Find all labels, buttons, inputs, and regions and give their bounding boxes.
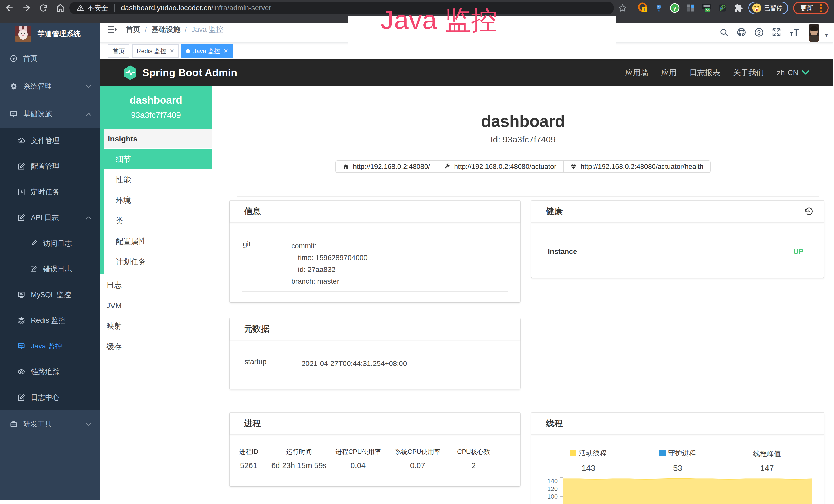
- svg-text:on: on: [706, 8, 710, 12]
- help-icon[interactable]: [750, 26, 768, 39]
- chevron-down-icon: [802, 70, 809, 75]
- sba-nav-about[interactable]: 关于我们: [733, 68, 764, 78]
- extension-grid-icon[interactable]: [683, 0, 699, 16]
- sba-locale-select[interactable]: zh-CN: [777, 68, 809, 77]
- screen-icon: [18, 291, 25, 299]
- sidebar-item-java-monitor[interactable]: Java 监控: [0, 333, 100, 359]
- sidebar-item-file-management[interactable]: 文件管理: [0, 128, 100, 154]
- extension-vue-devtools-icon[interactable]: y: [667, 0, 683, 16]
- browser-back-icon[interactable]: [1, 0, 18, 16]
- sidebar-item-label: 系统管理: [23, 82, 52, 91]
- sidebar-item-error-logs[interactable]: 错误日志: [0, 256, 100, 282]
- app-frame: 芋道管理系统 首页 系统管理 基础设施 文件管理: [0, 23, 834, 504]
- dashboard-icon: [10, 55, 18, 62]
- site-security-indicator[interactable]: 不安全: [76, 3, 108, 13]
- bookmark-star-icon[interactable]: [616, 0, 629, 16]
- history-icon[interactable]: [804, 206, 814, 216]
- browser-reload-icon[interactable]: [35, 0, 52, 16]
- breadcrumb-infrastructure[interactable]: 基础设施: [152, 25, 180, 35]
- actuator-url-button[interactable]: http://192.168.0.2:48080/actuator: [437, 160, 564, 173]
- extension-key-icon[interactable]: [715, 0, 730, 16]
- sba-menu-environment[interactable]: 环境: [104, 190, 212, 210]
- home-icon: [343, 163, 349, 170]
- service-url-button[interactable]: http://192.168.0.2:48080/: [335, 160, 437, 173]
- fullscreen-icon[interactable]: [768, 26, 785, 39]
- extension-colorzilla-icon[interactable]: 1: [635, 0, 651, 16]
- browser-menu-kebab-icon[interactable]: [815, 2, 827, 14]
- sidebar-item-access-logs[interactable]: 访问日志: [0, 231, 100, 256]
- sba-menu-scheduled[interactable]: 计划任务: [104, 252, 212, 272]
- paused-chip-label: 已暂停: [764, 4, 783, 12]
- sidebar-item-mysql-monitor[interactable]: MySQL 监控: [0, 282, 100, 307]
- sba-menu-mappings[interactable]: 映射: [100, 316, 212, 336]
- user-avatar[interactable]: [809, 24, 819, 42]
- legend-live-threads: 活动线程 143: [544, 449, 633, 473]
- sba-menu-classes[interactable]: 类: [104, 210, 212, 231]
- threads-card: 线程 活动线程 143 守护进程: [531, 413, 824, 504]
- sidebar-item-log-center[interactable]: 日志中心: [0, 385, 100, 410]
- cloud-icon: [18, 137, 25, 144]
- extension-tampermonkey-icon[interactable]: on: [699, 0, 715, 16]
- health-url-button[interactable]: http://192.168.0.2:48080/actuator/health: [564, 160, 711, 173]
- caret-down-icon[interactable]: ▼: [824, 32, 829, 38]
- sidebar-item-label: 定时任务: [31, 187, 60, 197]
- sidebar-item-redis-monitor[interactable]: Redis 监控: [0, 307, 100, 333]
- update-chrome-chip[interactable]: 更新: [793, 2, 829, 15]
- address-bar[interactable]: 不安全 dashboard.yudao.iocoder.cn/infra/adm…: [69, 2, 614, 15]
- sba-nav-applications[interactable]: 应用: [661, 68, 677, 78]
- browser-forward-icon[interactable]: [18, 0, 35, 16]
- browser-home-icon[interactable]: [52, 0, 69, 16]
- search-icon[interactable]: [715, 26, 733, 39]
- sba-menu-caches[interactable]: 缓存: [100, 336, 212, 357]
- sidebar-item-config-management[interactable]: 配置管理: [0, 154, 100, 179]
- sba-menu-details[interactable]: 细节: [104, 149, 212, 169]
- sba-menu-config-props[interactable]: 配置属性: [104, 231, 212, 252]
- info-git-row: git commit: time: 1596289704000 id: 27aa…: [242, 240, 508, 292]
- sidebar-item-dev-tools[interactable]: 研发工具: [0, 410, 100, 438]
- chevron-up-icon: [86, 111, 91, 117]
- health-instance-label: Instance: [548, 248, 577, 256]
- tab-redis-monitor[interactable]: Redis 监控✕: [132, 44, 179, 58]
- sidebar-item-system[interactable]: 系统管理: [0, 72, 100, 100]
- sba-menu-logs[interactable]: 日志: [100, 275, 212, 295]
- sba-brand-label: Spring Boot Admin: [142, 67, 237, 78]
- sba-menu-metrics[interactable]: 性能: [104, 169, 212, 190]
- active-tab-dot: [186, 49, 190, 53]
- paused-profile-chip[interactable]: 已暂停: [748, 2, 788, 15]
- scrollbar-edge: [833, 23, 834, 504]
- sidebar-submenu-infrastructure: 文件管理 配置管理 定时任务 API 日志 访问日志: [0, 128, 100, 410]
- tab-java-monitor[interactable]: Java 监控✕: [181, 44, 233, 58]
- sidebar-item-label: 日志中心: [31, 393, 60, 402]
- screenshot-stage: 不安全 dashboard.yudao.iocoder.cn/infra/adm…: [0, 0, 834, 504]
- sidebar-item-scheduled-tasks[interactable]: 定时任务: [0, 179, 100, 205]
- sba-insights-label: Insights: [104, 130, 212, 149]
- app-logo-row[interactable]: 芋道管理系统: [0, 23, 100, 45]
- process-table-headers: 进程ID 运行时间 进程CPU使用率 系统CPU使用率 CPU核心数: [235, 448, 513, 456]
- metadata-startup-label: startup: [243, 358, 302, 369]
- sidebar-item-trace[interactable]: 链路追踪: [0, 359, 100, 385]
- close-icon[interactable]: ✕: [170, 48, 174, 54]
- sidebar-item-api-logs[interactable]: API 日志: [0, 205, 100, 231]
- sba-instance-header[interactable]: dashboard 93a3fc7f7409: [100, 86, 212, 130]
- sba-nav-journal[interactable]: 日志报表: [689, 68, 720, 78]
- tab-home[interactable]: 首页: [108, 44, 129, 58]
- sba-menu-jvm[interactable]: JVM: [100, 295, 212, 316]
- sidebar-item-infrastructure[interactable]: 基础设施: [0, 100, 100, 128]
- close-icon[interactable]: ✕: [223, 48, 228, 54]
- font-size-icon[interactable]: [785, 26, 803, 39]
- breadcrumb-home[interactable]: 首页: [126, 25, 140, 35]
- process-table-values: 5261 6d 23h 15m 59s 0.04 0.07 2: [235, 461, 513, 470]
- sidebar-toggle-icon[interactable]: [103, 23, 122, 36]
- github-icon[interactable]: [733, 26, 750, 39]
- daemon-threads-value: 53: [633, 463, 723, 473]
- sba-menu-bottom-group: 日志 JVM 映射 缓存: [100, 274, 212, 357]
- info-card-title: 信息: [244, 206, 261, 217]
- extension-pin-icon[interactable]: [651, 0, 667, 16]
- sba-nav-links: 应用墙 应用 日志报表 关于我们 zh-CN: [612, 68, 834, 78]
- sba-brand[interactable]: Spring Boot Admin: [123, 65, 237, 81]
- sba-instance-id: 93a3fc7f7409: [100, 109, 212, 121]
- sba-sidebar: dashboard 93a3fc7f7409 Insights 细节 性能 环境…: [100, 86, 212, 504]
- sba-nav-wallboard[interactable]: 应用墙: [625, 68, 648, 78]
- extensions-puzzle-icon[interactable]: [730, 0, 746, 16]
- sidebar-item-home[interactable]: 首页: [0, 45, 100, 72]
